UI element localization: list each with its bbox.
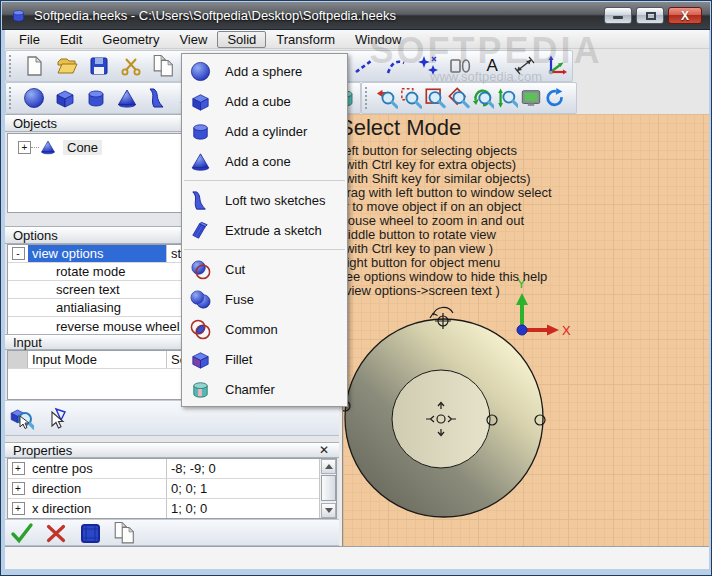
property-name[interactable]: centre pos (28, 459, 166, 478)
tree-connector (31, 147, 39, 148)
property-name[interactable]: direction (28, 479, 166, 498)
expand-icon[interactable]: + (12, 502, 25, 515)
expand-icon[interactable]: + (18, 141, 31, 154)
minimize-button[interactable] (604, 7, 632, 24)
app-icon (10, 7, 27, 24)
restore-button[interactable] (636, 7, 664, 24)
copy-values-button[interactable] (110, 519, 138, 547)
scrollbar-thumb[interactable] (321, 475, 336, 501)
property-value[interactable]: 0; 0; 1 (166, 479, 319, 498)
menu-item-fuse[interactable]: Fuse (182, 284, 347, 314)
menu-solid[interactable]: Solid (217, 31, 266, 48)
property-value[interactable]: -8; -9; 0 (166, 459, 319, 478)
shapes-button[interactable] (446, 52, 474, 80)
expand-icon[interactable]: + (12, 462, 25, 475)
arrow-down-icon (325, 508, 333, 513)
option-name[interactable]: rotate mode (28, 263, 186, 280)
property-name[interactable]: x direction (28, 499, 166, 518)
toolbar-gripper[interactable] (365, 87, 370, 109)
copy-icon (151, 54, 175, 78)
menu-item-add-cube[interactable]: Add a cube (182, 86, 347, 116)
magnify-object-button[interactable] (8, 404, 36, 432)
axes-button[interactable] (542, 52, 570, 80)
option-name[interactable]: reverse mouse wheel (28, 317, 186, 335)
properties-scrollbar[interactable] (319, 459, 336, 518)
loft-button[interactable] (145, 84, 172, 112)
toolbar-gripper[interactable] (9, 55, 14, 77)
zoom-selected-button[interactable] (448, 84, 470, 112)
menu-item-add-cylinder[interactable]: Add a cylinder (182, 116, 347, 146)
menu-item-cut[interactable]: Cut (182, 254, 347, 284)
add-sphere-button[interactable] (21, 84, 48, 112)
menu-edit[interactable]: Edit (50, 31, 92, 48)
menu-item-add-cone[interactable]: Add a cone (182, 146, 347, 176)
zoom-previous-button[interactable] (376, 84, 398, 112)
properties-grid: + centre pos -8; -9; 0 + direction 0; 0;… (7, 458, 337, 519)
add-cone-button[interactable] (114, 84, 141, 112)
menu-item-common[interactable]: Common (182, 314, 347, 344)
copy-button[interactable] (149, 52, 177, 80)
menu-view[interactable]: View (169, 31, 217, 48)
open-file-button[interactable] (53, 52, 81, 80)
title-bar[interactable]: Softpedia.heeks - C:\Users\Softpedia\Des… (2, 2, 710, 30)
solid-view-button[interactable] (76, 519, 104, 547)
scroll-down-button[interactable] (321, 503, 336, 518)
cancel-button[interactable] (42, 519, 70, 547)
pan-view-button[interactable] (496, 84, 518, 112)
zoom-selected-icon (448, 87, 470, 109)
help-line: Drag with left button to window select (342, 186, 552, 200)
application-window: Softpedia.heeks - C:\Users\Softpedia\Des… (0, 0, 712, 576)
menu-window[interactable]: Window (345, 31, 411, 48)
sketch-spline-button[interactable] (382, 52, 410, 80)
zoom-extents-button[interactable] (424, 84, 446, 112)
properties-close-button[interactable]: ✕ (317, 444, 331, 456)
option-name[interactable]: screen text (28, 281, 186, 298)
zoom-extents-icon (424, 87, 446, 109)
shapes-icon (448, 54, 472, 78)
properties-panel-title: Properties (13, 443, 72, 458)
new-file-button[interactable] (21, 52, 49, 80)
toolbar-gripper[interactable] (9, 87, 14, 109)
rotate-view-button[interactable] (472, 84, 494, 112)
dimension-button[interactable] (510, 52, 538, 80)
menu-item-fillet[interactable]: Fillet (182, 344, 347, 374)
sphere-icon (189, 60, 212, 83)
menu-item-loft[interactable]: Loft two sketches (182, 185, 347, 215)
add-cylinder-button[interactable] (83, 84, 110, 112)
fillet-icon (189, 348, 212, 371)
scroll-up-button[interactable] (321, 459, 336, 474)
tree-item-label[interactable]: Cone (63, 140, 102, 155)
close-button[interactable]: X (668, 7, 702, 24)
cone-solid[interactable] (345, 319, 543, 517)
save-button[interactable] (85, 52, 113, 80)
apply-button[interactable] (8, 519, 36, 547)
menu-item-add-sphere[interactable]: Add a sphere (182, 56, 347, 86)
option-name[interactable]: antialiasing (28, 299, 186, 316)
property-value[interactable]: 1; 0; 0 (166, 499, 319, 518)
loft-icon (189, 189, 212, 212)
menu-file[interactable]: File (9, 31, 50, 48)
collapse-icon[interactable]: - (12, 247, 25, 260)
zoom-window-button[interactable] (400, 84, 422, 112)
expand-icon[interactable]: + (12, 482, 25, 495)
canvas-viewport[interactable]: Select Mode Left button for selecting ob… (342, 114, 709, 546)
fuse-icon (189, 288, 212, 311)
select-mode-button[interactable] (42, 404, 70, 432)
cut-button[interactable] (117, 52, 145, 80)
sketch-line-button[interactable] (350, 52, 378, 80)
toolbar-area: A (5, 49, 709, 114)
add-cube-button[interactable] (52, 84, 79, 112)
property-row: + centre pos -8; -9; 0 (8, 459, 336, 479)
menu-item-label: Fillet (225, 352, 252, 367)
menu-geometry[interactable]: Geometry (92, 31, 169, 48)
redraw-button[interactable] (544, 84, 566, 112)
menu-item-chamfer[interactable]: Chamfer (182, 374, 347, 404)
menu-item-label: Common (225, 322, 278, 337)
menu-item-extrude[interactable]: Extrude a sketch (182, 215, 347, 245)
text-button[interactable]: A (478, 52, 506, 80)
input-name[interactable]: Input Mode (28, 351, 166, 368)
option-name[interactable]: view options (28, 245, 166, 262)
points-button[interactable] (414, 52, 442, 80)
menu-transform[interactable]: Transform (266, 31, 345, 48)
full-screen-button[interactable] (520, 84, 542, 112)
